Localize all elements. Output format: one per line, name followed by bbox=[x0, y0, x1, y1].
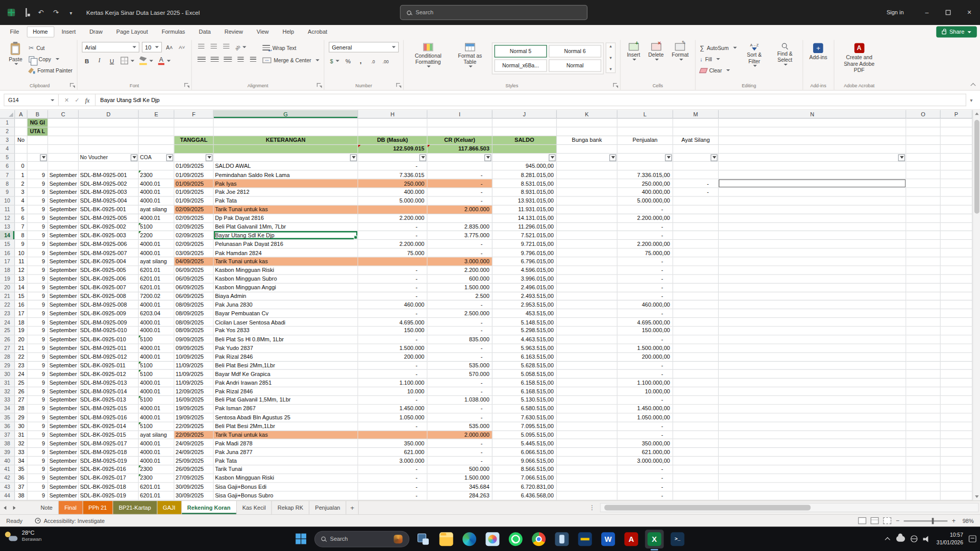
cell[interactable]: 32 bbox=[15, 439, 27, 448]
cell[interactable] bbox=[557, 431, 618, 439]
cell[interactable] bbox=[673, 223, 719, 232]
cell[interactable]: 621.000,00 bbox=[618, 448, 673, 457]
word-icon[interactable]: W bbox=[599, 530, 618, 548]
fill-color-button[interactable] bbox=[138, 56, 155, 66]
cell[interactable] bbox=[557, 257, 618, 266]
cell[interactable] bbox=[673, 335, 719, 344]
cell[interactable] bbox=[906, 240, 941, 249]
cell[interactable]: 9 bbox=[28, 370, 48, 379]
cell[interactable]: 16 bbox=[15, 300, 27, 309]
cell[interactable]: September bbox=[48, 283, 79, 292]
cell[interactable]: 6201.01 bbox=[139, 283, 175, 292]
cell[interactable]: September bbox=[48, 257, 79, 266]
cell[interactable]: SDL-BM-0925-019 bbox=[79, 457, 139, 465]
edge-icon[interactable] bbox=[460, 530, 479, 548]
cell[interactable]: SALDO AWAL bbox=[214, 162, 358, 171]
cell[interactable]: SDL-BK-0925-013 bbox=[79, 396, 139, 405]
cell[interactable] bbox=[906, 206, 941, 214]
cell[interactable]: - bbox=[673, 180, 719, 188]
cell[interactable] bbox=[175, 128, 214, 136]
cell[interactable] bbox=[618, 119, 673, 128]
row-header-6[interactable]: 6 bbox=[0, 162, 15, 171]
cell[interactable]: 621.000 bbox=[358, 448, 428, 457]
cell[interactable]: Pak Rizal 2846 bbox=[214, 353, 358, 361]
cell[interactable]: - bbox=[673, 188, 719, 197]
cell[interactable]: 9 bbox=[28, 274, 48, 283]
cell[interactable]: 08/09/2025 bbox=[175, 318, 214, 327]
column-header-f[interactable]: F bbox=[175, 110, 214, 119]
cell[interactable] bbox=[557, 448, 618, 457]
cell[interactable]: 02/09/2025 bbox=[175, 206, 214, 214]
cell[interactable]: 9 bbox=[28, 396, 48, 405]
cell[interactable]: 7.521.015,00 bbox=[493, 232, 557, 240]
photos-icon[interactable] bbox=[483, 530, 502, 548]
network-icon[interactable] bbox=[911, 535, 918, 542]
cell[interactable]: 9.796.015,00 bbox=[493, 249, 557, 258]
onedrive-icon[interactable] bbox=[896, 536, 905, 542]
cell[interactable]: Bayar Mdf Ke Grapica bbox=[214, 370, 358, 379]
cell[interactable]: Cicilan Laser Sentosa Abadi bbox=[214, 318, 358, 327]
cell[interactable] bbox=[941, 214, 972, 223]
cell[interactable]: 09/09/2025 bbox=[175, 335, 214, 344]
header-cell[interactable]: SALDO bbox=[493, 136, 557, 145]
cell[interactable]: 11.931.015,00 bbox=[493, 206, 557, 214]
cell[interactable]: 1.500.000 bbox=[358, 344, 428, 353]
cell[interactable] bbox=[557, 206, 618, 214]
cell[interactable]: Pak Isman 2867 bbox=[214, 405, 358, 413]
row-header-33[interactable]: 33 bbox=[0, 396, 15, 405]
cell[interactable]: 6.163.515,00 bbox=[493, 353, 557, 361]
borders-button[interactable] bbox=[119, 56, 136, 66]
cell[interactable]: - bbox=[428, 171, 493, 180]
cell[interactable]: - bbox=[618, 257, 673, 266]
filter-cell[interactable]: COA bbox=[139, 154, 175, 162]
cell[interactable] bbox=[719, 188, 906, 197]
restore-button[interactable] bbox=[938, 0, 959, 25]
enter-icon[interactable] bbox=[75, 97, 79, 103]
cell[interactable] bbox=[941, 491, 972, 500]
cell[interactable]: Tarik Tunai untuk kas bbox=[214, 206, 358, 214]
row-header-8[interactable]: 8 bbox=[0, 180, 15, 188]
cell[interactable]: 16/09/2025 bbox=[175, 396, 214, 405]
cell[interactable]: SDL-BM-0925-011 bbox=[79, 344, 139, 353]
cell[interactable] bbox=[906, 353, 941, 361]
cell[interactable]: September bbox=[48, 274, 79, 283]
cell[interactable] bbox=[941, 171, 972, 180]
cell[interactable]: - bbox=[428, 439, 493, 448]
cell[interactable] bbox=[673, 240, 719, 249]
cell[interactable]: September bbox=[48, 405, 79, 413]
cell[interactable]: 26/09/2025 bbox=[175, 465, 214, 474]
cell[interactable]: September bbox=[48, 448, 79, 457]
cell[interactable]: 28 bbox=[15, 405, 27, 413]
cell[interactable]: 13 bbox=[15, 274, 27, 283]
cell[interactable]: 3.996.015,00 bbox=[493, 274, 557, 283]
cell[interactable] bbox=[358, 206, 428, 214]
accessibility-status[interactable]: Accessibility: Investigate bbox=[35, 517, 105, 523]
cell[interactable]: 1.050.000 bbox=[358, 413, 428, 422]
cell[interactable] bbox=[557, 405, 618, 413]
cell[interactable]: 24/09/2025 bbox=[175, 448, 214, 457]
cell[interactable]: 75.000 bbox=[358, 249, 428, 258]
cell[interactable]: 01/09/2025 bbox=[175, 162, 214, 171]
cell[interactable]: 24 bbox=[15, 370, 27, 379]
share-button[interactable]: Share bbox=[936, 26, 977, 37]
cell[interactable] bbox=[941, 309, 972, 318]
cell[interactable]: Pak Yos 2833 bbox=[214, 327, 358, 335]
filter-button[interactable] bbox=[420, 154, 426, 161]
cell[interactable] bbox=[557, 197, 618, 206]
cell[interactable] bbox=[618, 128, 673, 136]
align-middle-button[interactable] bbox=[209, 42, 219, 52]
row-header-40[interactable]: 40 bbox=[0, 457, 15, 465]
cell[interactable]: SDL-BK-0925-001 bbox=[79, 206, 139, 214]
merge-center-button[interactable]: Merge & Center bbox=[262, 56, 319, 65]
cell[interactable]: 2.000.000 bbox=[428, 206, 493, 214]
cell[interactable]: 30 bbox=[15, 422, 27, 431]
cell[interactable] bbox=[428, 162, 493, 171]
align-bottom-button[interactable] bbox=[221, 42, 231, 52]
filter-cell[interactable] bbox=[48, 154, 79, 162]
cell[interactable] bbox=[15, 145, 27, 154]
cell[interactable]: 14.131.015,00 bbox=[493, 214, 557, 223]
autosum-button[interactable]: AutoSum bbox=[700, 43, 737, 52]
whatsapp-icon[interactable] bbox=[506, 530, 525, 548]
cell[interactable]: Kasbon Mingguan Riski bbox=[214, 266, 358, 274]
cell[interactable] bbox=[719, 457, 906, 465]
